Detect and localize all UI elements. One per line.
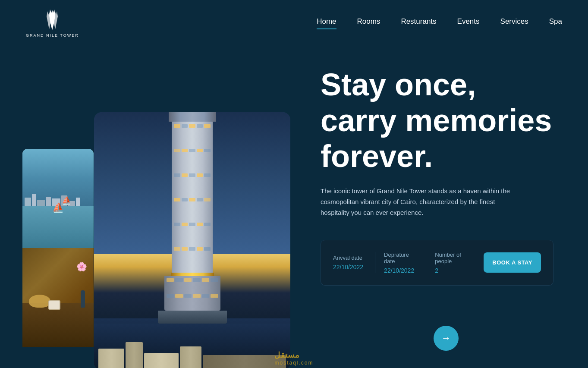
tower-image [94, 112, 290, 368]
nav-services[interactable]: Services [500, 17, 528, 28]
nile-view-image: ⛵ [22, 149, 94, 248]
hero-title: Stay once, carry memories forever. [321, 67, 553, 174]
side-images: ⛵ 🌸 [22, 149, 94, 347]
people-field[interactable]: Number of people 2 [435, 249, 477, 277]
nav-home[interactable]: Home [317, 17, 336, 28]
arrival-field[interactable]: Arivval date 22/10/2022 [333, 252, 375, 273]
next-arrow-button[interactable]: → [434, 326, 459, 351]
booking-widget: Arivval date 22/10/2022 Deprature date 2… [321, 240, 553, 286]
arrival-value: 22/10/2022 [333, 264, 366, 270]
breakfast-image: 🌸 [22, 248, 94, 347]
hero-description: The iconic tower of Grand Nile Tower sta… [321, 186, 510, 218]
nav-rooms[interactable]: Rooms [357, 17, 380, 28]
main-nav: Home Rooms Resturants Events Services Sp… [317, 17, 562, 28]
watermark-url: mostaql.com [274, 360, 313, 366]
logo-text: GRAND NILE TOWER [26, 33, 79, 38]
text-area: Stay once, carry memories forever. The i… [286, 45, 588, 303]
departure-value: 22/10/2022 [384, 267, 417, 274]
watermark: مستقل mostaql.com [274, 350, 313, 366]
people-value: 2 [435, 267, 468, 274]
nav-events[interactable]: Events [457, 17, 480, 28]
nav-restaurants[interactable]: Resturants [401, 17, 436, 28]
arrow-right-icon: → [441, 333, 451, 344]
nav-spa[interactable]: Spa [549, 17, 562, 28]
logo: GRAND NILE TOWER [26, 8, 79, 38]
header: GRAND NILE TOWER Home Rooms Resturants E… [0, 0, 588, 45]
book-stay-button[interactable]: BOOK A STAY [484, 252, 541, 273]
people-label: Number of people [435, 252, 468, 264]
arrival-label: Arivval date [333, 255, 366, 261]
watermark-arabic: مستقل [274, 350, 313, 360]
departure-label: Deprature date [384, 252, 417, 264]
logo-icon [41, 8, 64, 31]
main-content: ⛵ 🌸 [0, 45, 588, 368]
departure-field[interactable]: Deprature date 22/10/2022 [384, 249, 426, 277]
images-area: ⛵ 🌸 [0, 45, 293, 368]
